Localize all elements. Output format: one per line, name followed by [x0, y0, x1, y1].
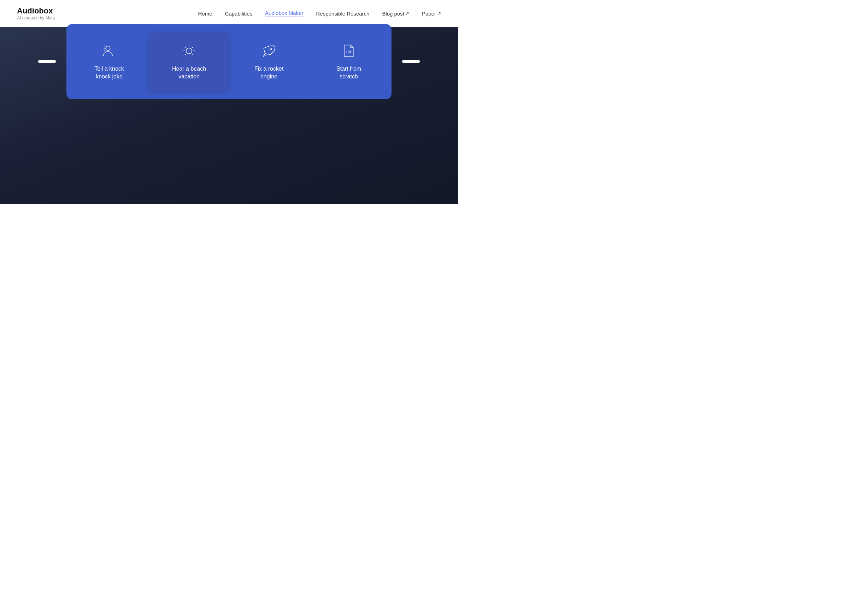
svg-point-13 [270, 48, 272, 50]
header: Audiobox AI research by Meta Home Capabi… [0, 0, 458, 27]
file-audio-icon [340, 42, 357, 59]
cards-section: Tell a knockknock joke [17, 24, 441, 99]
logo-title: Audiobox [17, 6, 55, 16]
svg-line-1 [104, 46, 105, 46]
card-beach-vacation[interactable]: Hear a beachvacation [149, 33, 229, 91]
rocket-icon [260, 42, 277, 59]
nav-blog-post[interactable]: Blog post ↗ [382, 11, 409, 17]
card-rocket-engine[interactable]: Fix a rocketengine [229, 33, 309, 91]
nav: Home Capabilities Audiobox Maker Respons… [198, 10, 441, 17]
external-link-icon: ↗ [406, 11, 409, 16]
sun-icon [181, 42, 198, 59]
svg-line-12 [185, 54, 186, 55]
svg-point-4 [186, 48, 192, 54]
svg-line-9 [185, 47, 186, 48]
svg-line-3 [104, 50, 105, 51]
scroll-right-arrow[interactable] [402, 60, 420, 63]
logo: Audiobox AI research by Meta [17, 6, 55, 20]
nav-capabilities[interactable]: Capabilities [225, 11, 253, 17]
card-knock-knock[interactable]: Tell a knockknock joke [69, 33, 149, 91]
content-area [49, 204, 409, 352]
card-rocket-engine-label: Fix a rocketengine [255, 65, 284, 81]
svg-point-0 [105, 46, 110, 50]
card-knock-knock-label: Tell a knockknock joke [94, 65, 124, 81]
external-link-icon-2: ↗ [437, 11, 441, 16]
card-beach-vacation-label: Hear a beachvacation [172, 65, 206, 81]
svg-line-10 [192, 54, 193, 55]
nav-audiobox-maker[interactable]: Audiobox Maker [265, 10, 303, 17]
hero-section: Ready to tell an audio story? Start from… [0, 27, 458, 204]
nav-responsible-research[interactable]: Responsible Research [316, 11, 370, 17]
nav-home[interactable]: Home [198, 11, 212, 17]
cards-wrapper: Tell a knockknock joke [66, 24, 392, 99]
nav-paper[interactable]: Paper ↗ [422, 11, 441, 17]
card-start-from-scratch-label: Start fromscratch [337, 65, 361, 81]
logo-subtitle: AI research by Meta [17, 16, 55, 20]
person-spark-icon [101, 42, 118, 59]
svg-line-11 [192, 47, 193, 48]
card-start-from-scratch[interactable]: Start fromscratch [309, 33, 389, 91]
scroll-left-arrow[interactable] [38, 60, 56, 63]
